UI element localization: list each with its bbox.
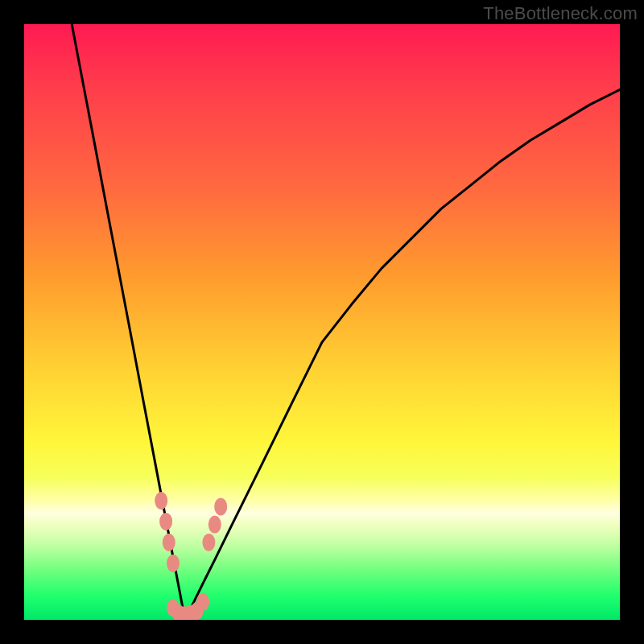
plot-area <box>24 24 620 620</box>
marker-dot <box>214 497 227 515</box>
marker-dot <box>163 534 175 551</box>
marker-dot <box>208 516 221 534</box>
marker-dot <box>202 534 215 551</box>
chart-frame: TheBottleneck.com <box>0 0 644 644</box>
curve-layer <box>24 24 620 620</box>
marker-dot <box>159 513 172 530</box>
bottleneck-curve <box>72 24 620 620</box>
marker-dot <box>155 492 167 510</box>
watermark-text: TheBottleneck.com <box>483 3 638 24</box>
marker-dot <box>196 593 209 611</box>
marker-dot <box>167 555 180 572</box>
